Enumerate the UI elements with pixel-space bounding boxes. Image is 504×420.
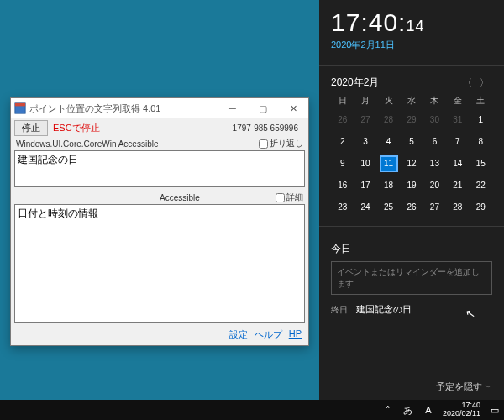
calendar-flyout: 17:40:14 2020年2月11日 2020年2月 〈 〉 日月火水木金土2…: [319, 0, 504, 400]
info-row-1: Windows.UI.Core.CoreWin Accessible 折り返し: [11, 137, 308, 150]
calendar-day[interactable]: 8: [471, 134, 490, 150]
holiday-name: 建国記念の日: [356, 303, 412, 316]
dow-header: 水: [400, 95, 423, 107]
calendar-day[interactable]: 16: [333, 177, 352, 194]
stop-button[interactable]: 停止: [14, 120, 48, 136]
window-title: ポイント位置の文字列取得 4.01: [29, 102, 218, 115]
separator: [319, 226, 504, 227]
text-output-2[interactable]: 日付と時刻の情報: [14, 204, 305, 323]
separator: [319, 65, 504, 66]
close-button[interactable]: ✕: [278, 98, 308, 118]
calendar-day[interactable]: 17: [356, 177, 375, 194]
calendar-day[interactable]: 4: [380, 134, 398, 150]
calendar-day[interactable]: 13: [425, 155, 444, 172]
calendar-day[interactable]: 2: [333, 134, 352, 150]
calendar-day[interactable]: 28: [449, 199, 467, 216]
calendar-day[interactable]: 1: [471, 112, 490, 129]
app-window: ポイント位置の文字列取得 4.01 ─ ▢ ✕ 停止 ESCで停止 1797-9…: [10, 97, 309, 346]
dow-header: 金: [446, 95, 469, 107]
calendar-day[interactable]: 3: [356, 134, 375, 150]
month-label[interactable]: 2020年2月: [331, 76, 459, 90]
wrap-checkbox[interactable]: 折り返し: [259, 138, 303, 150]
dow-header: 土: [470, 95, 492, 107]
calendar-grid: 日月火水木金土262728293031123456789101112131415…: [331, 95, 492, 216]
calendar-day[interactable]: 14: [449, 155, 467, 172]
app-icon: [14, 102, 26, 114]
minimize-button[interactable]: ─: [218, 98, 248, 118]
calendar-day[interactable]: 26: [333, 112, 352, 129]
holiday-row[interactable]: 終日 建国記念の日 ↖: [331, 303, 492, 316]
calendar-day[interactable]: 12: [402, 155, 421, 172]
settings-link[interactable]: 設定: [229, 328, 248, 341]
dow-header: 日: [331, 95, 354, 107]
calendar-day[interactable]: 19: [402, 177, 421, 194]
calendar-day[interactable]: 15: [471, 155, 490, 172]
esc-hint: ESCで停止: [53, 122, 100, 134]
calendar-day-today[interactable]: 11: [380, 155, 398, 172]
mouse-cursor-icon: ↖: [465, 306, 477, 321]
wrap-checkbox-label: 折り返し: [270, 138, 303, 150]
notifications-icon[interactable]: ▭: [489, 405, 501, 416]
api-label: Windows.UI.Core.CoreWin Accessible: [16, 139, 259, 149]
hide-agenda-button[interactable]: 予定を隠す﹀: [331, 381, 492, 393]
accessible-label: Accessible: [160, 193, 276, 202]
titlebar[interactable]: ポイント位置の文字列取得 4.01 ─ ▢ ✕: [11, 98, 308, 118]
cursor-coords: 1797-985 659996: [233, 123, 305, 133]
wrap-checkbox-input[interactable]: [259, 139, 268, 149]
calendar-day[interactable]: 21: [449, 177, 467, 194]
svg-rect-1: [15, 103, 25, 107]
month-prev[interactable]: 〈: [459, 76, 475, 89]
add-event-input[interactable]: イベントまたはリマインダーを追加します: [331, 261, 492, 295]
ime-mode-icon[interactable]: A: [423, 405, 434, 415]
detail-checkbox-label: 詳細: [286, 192, 303, 203]
calendar-day[interactable]: 22: [471, 177, 490, 194]
calendar-day[interactable]: 18: [380, 177, 398, 194]
calendar-day[interactable]: 20: [425, 177, 444, 194]
dow-header: 月: [354, 95, 376, 107]
dow-header: 木: [423, 95, 446, 107]
calendar-day[interactable]: 6: [425, 134, 444, 150]
allday-tag: 終日: [331, 304, 348, 316]
clock-date[interactable]: 2020年2月11日: [331, 39, 492, 51]
maximize-button[interactable]: ▢: [248, 98, 278, 118]
calendar-day[interactable]: 30: [425, 112, 444, 129]
taskbar: ˄ あ A 17:40 2020/02/11 ▭: [0, 400, 504, 420]
calendar-day[interactable]: 28: [380, 112, 398, 129]
calendar-day[interactable]: 27: [425, 199, 444, 216]
toolbar: 停止 ESCで停止 1797-985 659996: [11, 118, 308, 137]
calendar-day[interactable]: 5: [402, 134, 421, 150]
calendar-day[interactable]: 10: [356, 155, 375, 172]
tray-chevron-icon[interactable]: ˄: [382, 405, 394, 416]
calendar-day[interactable]: 29: [471, 199, 490, 216]
calendar-day[interactable]: 24: [356, 199, 375, 216]
text-output-1[interactable]: 建国記念の日: [14, 150, 305, 187]
month-next[interactable]: 〉: [475, 76, 492, 89]
hp-link[interactable]: HP: [289, 328, 302, 341]
detail-checkbox[interactable]: 詳細: [276, 192, 303, 203]
footer-links: 設定 ヘルプ HP: [11, 326, 308, 345]
calendar-day[interactable]: 7: [449, 134, 467, 150]
today-header: 今日: [331, 242, 492, 256]
info-row-2: Accessible 詳細: [11, 191, 308, 204]
calendar-day[interactable]: 23: [333, 199, 352, 216]
calendar-day[interactable]: 9: [333, 155, 352, 172]
calendar-day[interactable]: 25: [380, 199, 398, 216]
help-link[interactable]: ヘルプ: [255, 328, 282, 341]
taskbar-clock[interactable]: 17:40 2020/02/11: [443, 402, 480, 418]
detail-checkbox-input[interactable]: [276, 193, 285, 202]
dow-header: 火: [377, 95, 400, 107]
calendar-day[interactable]: 29: [402, 112, 421, 129]
calendar-day[interactable]: 26: [402, 199, 421, 216]
calendar-day[interactable]: 27: [356, 112, 375, 129]
clock-time: 17:40:14: [331, 8, 492, 37]
calendar-day[interactable]: 31: [449, 112, 467, 129]
month-nav: 2020年2月 〈 〉: [331, 76, 492, 90]
ime-hiragana-icon[interactable]: あ: [402, 404, 414, 417]
